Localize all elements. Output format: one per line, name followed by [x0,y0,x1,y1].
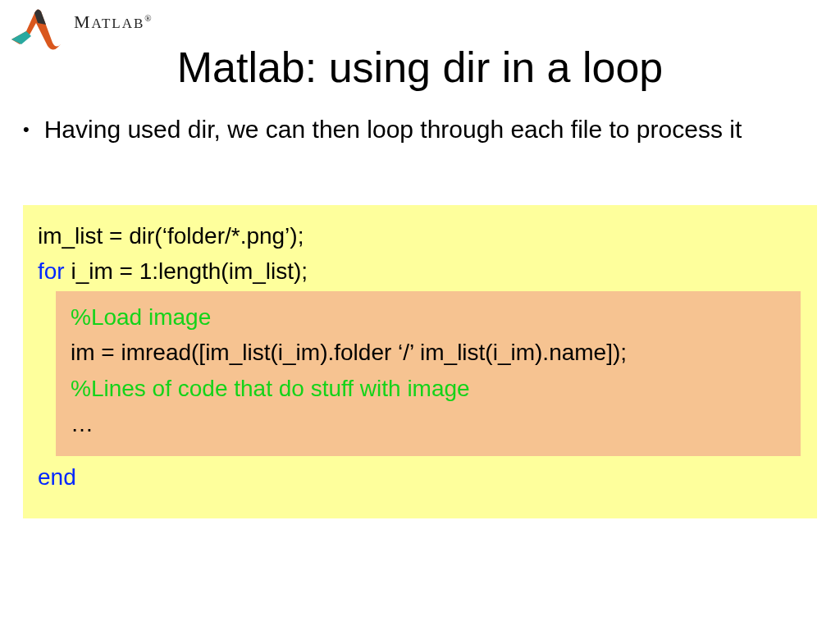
matlab-brand-first: M [74,11,92,32]
matlab-wordmark: MATLAB® [74,11,153,33]
code-comment-2: %Lines of code that do stuff with image [71,371,786,406]
bullet-area: • Having used dir, we can then loop thro… [23,113,807,145]
code-block-outer: im_list = dir(‘folder/*.png’); for i_im … [23,205,817,518]
matlab-brand-rest: ATLAB [92,16,145,31]
registered-mark: ® [144,13,153,23]
code-end: end [38,459,802,495]
bullet-dot: • [23,118,30,142]
code-line-2: for i_im = 1:length(im_list); [38,253,802,289]
code-line-1: im_list = dir(‘folder/*.png’); [38,218,802,253]
keyword-for: for [38,258,65,284]
slide-title: Matlab: using dir in a loop [0,43,840,92]
code-comment-1: %Load image [71,299,786,335]
code-ellipsis: … [71,406,786,441]
bullet-item: • Having used dir, we can then loop thro… [23,113,807,145]
code-inner-line-2: im = imread([im_list(i_im).folder ‘/’ im… [71,335,786,370]
code-block-inner: %Load image im = imread([im_list(i_im).f… [56,291,801,457]
bullet-text: Having used dir, we can then loop throug… [44,113,742,145]
code-line-2-rest: i_im = 1:length(im_list); [65,258,308,284]
